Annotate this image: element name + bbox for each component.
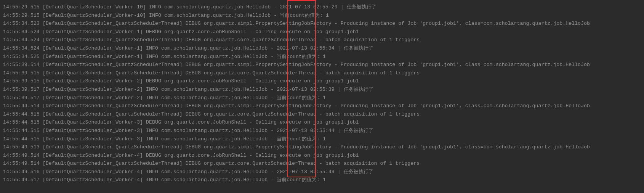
log-line: 14:55:29.515 [DefaultQuartzScheduler_Wor… (3, 11, 644, 20)
log-line: 14:55:34.524 [DefaultQuartzScheduler_Qua… (3, 36, 644, 44)
log-line: 14:55:39.517 [DefaultQuartzScheduler_Wor… (3, 85, 644, 94)
log-output: 14:55:29.515 [DefaultQuartzScheduler_Wor… (3, 3, 644, 184)
log-line: 14:55:44.515 [DefaultQuartzScheduler_Wor… (3, 118, 644, 127)
log-line: 14:55:44.514 [DefaultQuartzScheduler_Qua… (3, 102, 644, 110)
log-line: 14:55:39.514 [DefaultQuartzScheduler_Qua… (3, 61, 644, 69)
log-line: 14:55:34.524 [DefaultQuartzScheduler_Wor… (3, 28, 644, 36)
log-line: 14:55:34.525 [DefaultQuartzScheduler_Wor… (3, 53, 644, 61)
log-line: 14:55:49.517 [DefaultQuartzScheduler_Wor… (3, 176, 644, 184)
log-line: 14:55:34.524 [DefaultQuartzScheduler_Wor… (3, 44, 644, 53)
log-line: 14:55:39.515 [DefaultQuartzScheduler_Wor… (3, 77, 644, 85)
log-line: 14:55:49.513 [DefaultQuartzScheduler_Qua… (3, 143, 644, 151)
log-line: 14:55:49.514 [DefaultQuartzScheduler_Qua… (3, 159, 644, 168)
log-line: 14:55:39.517 [DefaultQuartzScheduler_Wor… (3, 94, 644, 102)
log-line: 14:55:49.516 [DefaultQuartzScheduler_Wor… (3, 168, 644, 176)
log-line: 14:55:44.515 [DefaultQuartzScheduler_Wor… (3, 135, 644, 143)
log-line: 14:55:39.515 [DefaultQuartzScheduler_Qua… (3, 69, 644, 77)
log-line: 14:55:49.514 [DefaultQuartzScheduler_Wor… (3, 151, 644, 160)
log-line: 14:55:29.515 [DefaultQuartzScheduler_Wor… (3, 3, 644, 11)
log-line: 14:55:34.523 [DefaultQuartzScheduler_Qua… (3, 19, 644, 28)
log-line: 14:55:44.515 [DefaultQuartzScheduler_Wor… (3, 127, 644, 135)
log-line: 14:55:44.515 [DefaultQuartzScheduler_Qua… (3, 110, 644, 119)
